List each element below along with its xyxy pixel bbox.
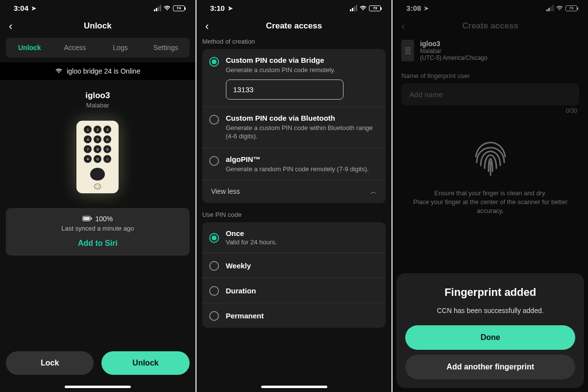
name-placeholder: Add name (409, 90, 442, 99)
status-bar: 3:08 ➤ 73 (392, 0, 588, 14)
svg-rect-1 (83, 217, 90, 220)
tabs: Unlock Access Logs Settings (6, 38, 190, 57)
method-panel: Custom PIN code via Bridge Generate a cu… (202, 49, 386, 203)
back-button[interactable]: ‹ (401, 20, 405, 33)
use-option-sub: Valid for 24 hours. (226, 238, 277, 246)
view-less-label: View less (211, 187, 240, 196)
status-card: 100% Last synced a minute ago Add to Sir… (6, 208, 190, 256)
method-label: Method of creation (202, 38, 386, 45)
status-bar: 3:04 ➤ 74 (0, 0, 196, 14)
use-option-title: Once (226, 229, 277, 237)
help-line-1: Ensure that your finger is clean and dry… (410, 189, 570, 198)
tab-access[interactable]: Access (52, 39, 98, 56)
pin-input[interactable]: 13133 (226, 79, 343, 100)
signal-icon (350, 5, 357, 11)
option-title: Custom PIN code via Bridge (226, 56, 379, 64)
device-thumb-icon (401, 40, 414, 61)
use-option-title: Permanent (226, 312, 264, 320)
battery-icon: 74 (173, 5, 185, 11)
name-input[interactable]: Add name (401, 83, 579, 105)
sheet-title: Fingerprint added (405, 286, 575, 299)
option-pin-via-bluetooth[interactable]: Custom PIN code via Bluetooth Generate a… (202, 107, 386, 148)
radio-icon[interactable] (209, 156, 219, 166)
wifi-icon (359, 4, 367, 12)
location-arrow-icon: ➤ (31, 5, 36, 12)
battery-icon: 73 (369, 5, 381, 11)
last-synced: Last synced a minute ago (11, 225, 185, 232)
header: ‹ Unlock (0, 14, 196, 38)
option-algopin[interactable]: algoPIN™ Generate a random PIN code remo… (202, 148, 386, 181)
back-button[interactable]: ‹ (205, 20, 209, 33)
screen-unlock: 3:04 ➤ 74 ‹ Unlock Unlock Access Logs Se… (0, 0, 196, 392)
use-option-weekly[interactable]: Weekly (202, 253, 386, 278)
option-title: Custom PIN code via Bluetooth (226, 114, 379, 122)
battery-icon: 73 (565, 5, 577, 11)
svg-rect-2 (91, 217, 92, 220)
unlock-button[interactable]: Unlock (101, 351, 189, 375)
clock: 3:04 (14, 4, 28, 12)
battery-percent: 100% (95, 215, 113, 223)
option-desc: Generate a custom PIN code within Blueto… (226, 124, 379, 141)
fingerprint-help: Ensure that your finger is clean and dry… (392, 179, 588, 216)
bridge-status-text: igloo bridge 24 is Online (67, 67, 140, 75)
radio-icon[interactable] (209, 233, 219, 243)
lock-button[interactable]: Lock (6, 351, 94, 375)
header: ‹ Create access (196, 14, 392, 38)
tab-settings[interactable]: Settings (143, 39, 189, 56)
option-desc: Generate a custom PIN code remotely. (226, 66, 379, 75)
fingerprint-icon (392, 128, 588, 179)
radio-icon[interactable] (209, 57, 219, 67)
header: ‹ Create access (392, 14, 588, 38)
chevron-up-icon: ︿ (370, 187, 377, 196)
radio-icon[interactable] (209, 115, 219, 125)
clock: 3:10 (210, 4, 225, 12)
battery-icon (82, 215, 92, 223)
radio-icon[interactable] (209, 311, 219, 321)
wifi-icon (163, 4, 171, 12)
device-location: Malabar (6, 102, 190, 109)
device-name: igloo3 (6, 91, 190, 101)
status-bar: 3:10 ➤ 73 (196, 0, 392, 14)
device-location: Malabar (420, 48, 487, 54)
page-title: Create access (462, 21, 518, 31)
wifi-icon (556, 4, 564, 12)
location-arrow-icon: ➤ (228, 5, 233, 12)
home-indicator[interactable] (65, 386, 131, 388)
home-indicator[interactable] (261, 386, 327, 388)
confirmation-sheet: Fingerprint added CCN has been successfu… (396, 273, 584, 388)
location-arrow-icon: ➤ (424, 5, 429, 12)
add-to-siri-button[interactable]: Add to Siri (11, 239, 185, 248)
bridge-status-bar: igloo bridge 24 is Online (0, 62, 196, 80)
signal-icon (154, 5, 161, 11)
radio-icon[interactable] (209, 261, 219, 271)
device-header: igloo3 Malabar (UTC-5) America/Chicago (392, 38, 588, 67)
use-option-permanent[interactable]: Permanent (202, 303, 386, 328)
tab-unlock[interactable]: Unlock (7, 39, 52, 56)
back-button[interactable]: ‹ (9, 20, 12, 33)
option-pin-via-bridge[interactable]: Custom PIN code via Bridge Generate a cu… (202, 49, 386, 107)
use-option-title: Duration (226, 287, 256, 295)
page-title: Unlock (84, 21, 112, 31)
device-timezone: (UTC-5) America/Chicago (420, 54, 487, 61)
name-label: Name of fingerprint user (401, 72, 579, 79)
use-pin-label: Use PIN code (202, 211, 386, 218)
use-option-title: Weekly (226, 261, 251, 270)
screen-create-access-fingerprint: 3:08 ➤ 73 ‹ Create access igloo3 Malabar… (392, 0, 588, 392)
tab-logs[interactable]: Logs (98, 39, 143, 56)
clock: 3:08 (406, 4, 421, 12)
device-name: igloo3 (420, 40, 487, 48)
page-title: Create access (266, 21, 322, 31)
help-line-2: Place your finger at the center of the s… (410, 198, 570, 215)
sheet-body: CCN has been successfully added. (405, 307, 575, 314)
option-title: algoPIN™ (226, 155, 379, 163)
signal-icon (546, 5, 554, 11)
use-option-duration[interactable]: Duration (202, 278, 386, 303)
option-desc: Generate a random PIN code remotely (7-9… (226, 165, 379, 174)
screen-create-access-pin: 3:10 ➤ 73 ‹ Create access Method of crea… (196, 0, 392, 392)
view-less-toggle[interactable]: View less ︿ (202, 181, 386, 203)
char-count: 0/30 (403, 107, 577, 114)
wifi-icon (55, 67, 63, 75)
add-another-button[interactable]: Add another fingerprint (405, 355, 575, 379)
done-button[interactable]: Done (405, 325, 575, 350)
use-option-once[interactable]: Once Valid for 24 hours. (202, 222, 386, 253)
